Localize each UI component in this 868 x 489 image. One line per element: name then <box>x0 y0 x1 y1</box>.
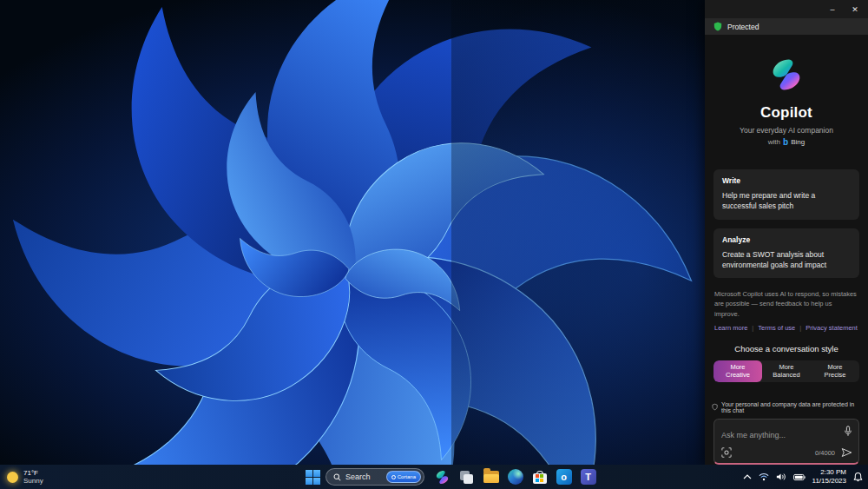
desktop: – ✕ Protected <box>0 0 868 489</box>
microphone-icon[interactable] <box>844 426 852 437</box>
bell-icon <box>853 472 863 482</box>
clock-widget[interactable]: 2:30 PM 11/15/2023 <box>812 468 846 485</box>
suggestion-card-write[interactable]: Write Help me prepare and write a succes… <box>713 169 859 220</box>
data-protection-text: Your personal and company data are prote… <box>721 401 861 413</box>
conversation-style-selector: More Creative More Balanced More Precise <box>713 360 859 382</box>
char-counter: 0/4000 <box>815 449 835 457</box>
edge-icon <box>508 469 523 485</box>
task-view-icon <box>460 471 473 484</box>
volume-button[interactable] <box>776 472 786 481</box>
style-label-line2: Precise <box>824 371 845 379</box>
search-icon <box>333 473 341 481</box>
style-more-precise[interactable]: More Precise <box>811 360 859 382</box>
search-highlight-badge[interactable]: Cortana <box>386 471 421 483</box>
panel-titlebar: – ✕ <box>705 0 868 18</box>
chevron-up-icon <box>743 474 752 479</box>
chat-input[interactable] <box>721 431 834 439</box>
battery-button[interactable] <box>793 473 806 481</box>
copilot-title: Copilot <box>705 104 868 122</box>
style-more-creative[interactable]: More Creative <box>713 360 762 382</box>
teams-icon: T <box>581 469 596 485</box>
card-title: Analyze <box>722 235 851 244</box>
protected-status-bar: Protected <box>705 18 868 35</box>
windows-start-icon <box>313 478 320 485</box>
copilot-hero: Copilot Your everyday AI companion with … <box>705 56 868 147</box>
weather-condition: Sunny <box>23 477 43 485</box>
link-divider: | <box>752 324 753 332</box>
with-text: with <box>768 138 780 146</box>
send-icon[interactable] <box>841 447 852 458</box>
taskbar-file-explorer-icon[interactable] <box>482 468 500 486</box>
windows-start-icon <box>313 470 320 477</box>
outlook-icon: o <box>556 469 572 485</box>
taskbar-task-view-icon[interactable] <box>457 468 476 486</box>
card-body: Help me prepare and write a successful s… <box>722 190 851 212</box>
wifi-icon <box>759 472 769 481</box>
input-bottom-row: 0/4000 <box>721 447 852 458</box>
style-label-line2: Creative <box>726 371 750 379</box>
taskbar-teams-icon[interactable]: T <box>579 468 597 486</box>
tray-date: 11/15/2023 <box>812 477 846 486</box>
copilot-subtitle: Your everyday AI companion <box>705 126 868 135</box>
chat-input-box[interactable]: 0/4000 <box>713 419 859 465</box>
battery-icon <box>793 473 806 481</box>
network-button[interactable] <box>759 472 769 481</box>
style-more-balanced[interactable]: More Balanced <box>762 360 811 382</box>
copilot-icon <box>434 469 450 486</box>
badge-label: Cortana <box>398 474 416 479</box>
protected-label: Protected <box>727 23 759 31</box>
legal-links: Learn more | Terms of use | Privacy stat… <box>714 324 858 332</box>
taskbar-edge-icon[interactable] <box>506 468 524 486</box>
taskbar-center: Search Cortana <box>306 468 597 486</box>
style-label-line2: Balanced <box>773 371 799 379</box>
speaker-icon <box>776 472 786 481</box>
suggestion-card-analyze[interactable]: Analyze Create a SWOT analysis about env… <box>713 228 859 279</box>
file-explorer-icon <box>483 471 499 483</box>
search-label: Search <box>345 472 382 481</box>
shield-outline-icon <box>712 403 718 411</box>
taskbar-search[interactable]: Search Cortana <box>326 468 424 486</box>
data-protection-note: Your personal and company data are prote… <box>705 401 868 413</box>
style-label-line1: More <box>730 363 745 371</box>
notification-button[interactable] <box>853 472 863 482</box>
style-label-line1: More <box>827 363 842 371</box>
taskbar: 71°F Sunny Search Cortana <box>0 465 868 489</box>
taskbar-copilot-icon[interactable] <box>433 468 451 486</box>
card-body: Create a SWOT analysis about environment… <box>722 249 851 271</box>
privacy-statement-link[interactable]: Privacy statement <box>806 324 858 332</box>
learn-more-link[interactable]: Learn more <box>714 324 747 332</box>
sun-icon <box>7 472 18 483</box>
taskbar-outlook-icon[interactable]: o <box>555 468 573 486</box>
taskbar-app-icons: o T <box>433 468 597 486</box>
tray-time: 2:30 PM <box>812 468 846 477</box>
windows-start-icon <box>306 470 312 477</box>
copilot-panel: – ✕ Protected <box>705 0 868 465</box>
tray-overflow-button[interactable] <box>743 474 752 479</box>
start-button[interactable] <box>306 470 320 485</box>
weather-temperature: 71°F <box>23 469 43 477</box>
terms-of-use-link[interactable]: Terms of use <box>758 324 795 332</box>
with-bing-line: with b Bing <box>705 138 868 147</box>
screenshot-icon[interactable] <box>721 447 732 458</box>
close-button[interactable]: ✕ <box>845 2 865 17</box>
link-divider: | <box>799 324 801 332</box>
card-title: Write <box>722 176 851 185</box>
ai-disclaimer: Microsoft Copilot uses AI to respond, so… <box>714 289 858 319</box>
taskbar-store-icon[interactable] <box>530 468 549 486</box>
conversation-style-heading: Choose a conversation style <box>705 344 868 354</box>
style-label-line1: More <box>779 363 793 371</box>
bing-label: Bing <box>791 138 805 146</box>
windows-start-icon <box>306 478 312 485</box>
copilot-logo <box>767 56 806 94</box>
bing-icon: b <box>783 138 788 147</box>
shield-icon <box>713 22 722 31</box>
system-tray: 2:30 PM 11/15/2023 <box>743 468 863 485</box>
badge-icon <box>391 475 396 479</box>
minimize-button[interactable]: – <box>823 2 842 17</box>
weather-widget[interactable]: 71°F Sunny <box>7 469 43 485</box>
microsoft-store-icon <box>533 471 547 484</box>
